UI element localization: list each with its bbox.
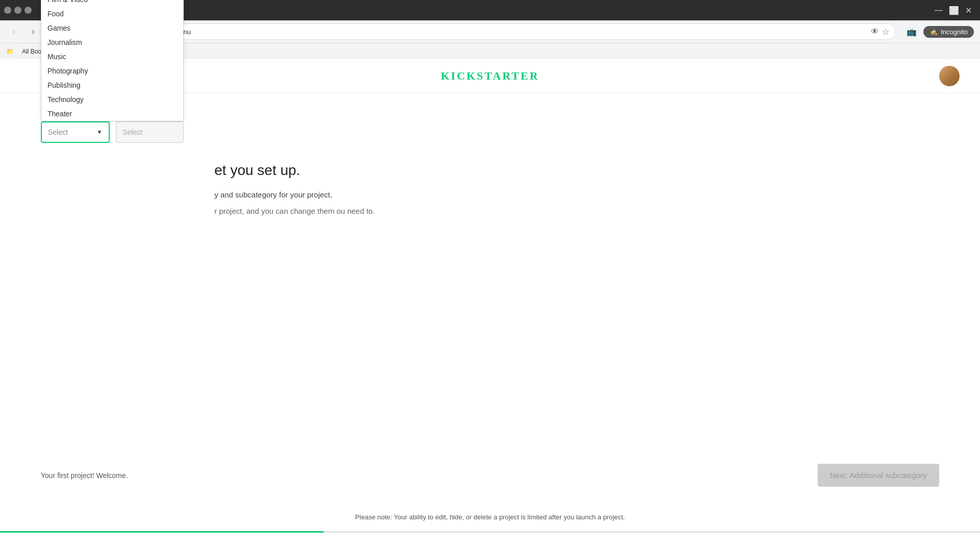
- eye-off-icon: 👁: [871, 27, 879, 36]
- cast-icon[interactable]: 📺: [904, 24, 919, 39]
- dropdown-option-photography[interactable]: Photography: [41, 64, 183, 78]
- minimize-btn[interactable]: [4, 7, 11, 14]
- avatar-image: [939, 66, 960, 86]
- dropdown-option-film[interactable]: Film & Video: [41, 0, 183, 7]
- dropdown-option-journalism[interactable]: Journalism: [41, 35, 183, 49]
- bookmarks-folder-icon: 📁: [6, 48, 14, 55]
- incognito-btn[interactable]: 🕵 Incognito: [923, 26, 974, 38]
- main-body: 1 of 3 Select Art Comics Crafts Dance De…: [0, 93, 980, 226]
- category-select-value: Select: [48, 128, 68, 136]
- trigger-row: Select ▼ Select: [41, 121, 184, 143]
- page-content: KICKSTARTER 1 of 3 Select Art Comics Cra…: [0, 59, 980, 533]
- dropdown-option-food[interactable]: Food: [41, 7, 183, 21]
- bottom-progress-indicator: [0, 531, 324, 533]
- window-controls: [4, 7, 32, 14]
- dropdown-section: Select Art Comics Crafts Dance Design Fa…: [41, 121, 184, 143]
- window-close-icon[interactable]: ✕: [965, 6, 972, 15]
- bottom-progress-bar-container: [0, 531, 980, 533]
- dropdown-open-list: Select Art Comics Crafts Dance Design Fa…: [41, 0, 184, 121]
- star-icon[interactable]: ☆: [882, 27, 889, 37]
- bottom-note-container: Please note: Your ability to edit, hide,…: [355, 512, 625, 521]
- dropdown-option-theater[interactable]: Theater: [41, 107, 183, 121]
- forward-btn[interactable]: ›: [26, 24, 41, 39]
- maximize-btn[interactable]: [14, 7, 21, 14]
- dropdown-arrow-icon: ▼: [96, 129, 103, 136]
- dropdown-option-technology[interactable]: Technology: [41, 92, 183, 107]
- address-bar[interactable]: 🔒 kickstarter.com/start?ref=user_menu 👁 …: [64, 23, 896, 40]
- heading-text: et you set up.: [214, 162, 375, 179]
- first-project-msg: Your first project! Welcome.: [41, 471, 128, 480]
- heading-visible: et you set up.: [214, 162, 300, 178]
- window-controls-right: — ⬜ ✕: [935, 6, 976, 15]
- category-select-trigger[interactable]: Select ▼: [41, 121, 110, 143]
- incognito-label: Incognito: [941, 28, 968, 36]
- dropdown-option-music[interactable]: Music: [41, 49, 183, 64]
- window-minimize-icon[interactable]: —: [935, 6, 943, 15]
- url-text: kickstarter.com/start?ref=user_menu: [83, 28, 867, 36]
- subcategory-select[interactable]: Select: [116, 121, 184, 143]
- description-section: et you set up. y and subcategory for you…: [214, 121, 375, 217]
- back-btn[interactable]: ‹: [6, 24, 21, 39]
- dropdown-option-publishing[interactable]: Publishing: [41, 78, 183, 92]
- subtext-2: r project, and you can change them ou ne…: [214, 205, 375, 217]
- user-avatar[interactable]: [939, 66, 960, 86]
- ks-logo: KICKSTARTER: [440, 69, 539, 83]
- subcategory-placeholder: Select: [122, 128, 142, 136]
- toolbar-right: 📺 🕵 Incognito: [904, 24, 974, 39]
- incognito-icon: 🕵: [929, 28, 938, 36]
- bottom-note: Please note: Your ability to edit, hide,…: [355, 513, 625, 521]
- next-btn[interactable]: Next: Additional subcategory: [818, 464, 939, 487]
- footer-bar: Your first project! Welcome. Next: Addit…: [0, 464, 980, 487]
- address-bar-icons: 👁 ☆: [871, 27, 889, 37]
- dropdown-option-games[interactable]: Games: [41, 21, 183, 35]
- window-restore-icon[interactable]: ⬜: [949, 6, 959, 15]
- subtext-1: y and subcategory for your project.: [214, 189, 375, 201]
- close-btn[interactable]: [24, 7, 32, 14]
- content-area: Select Art Comics Crafts Dance Design Fa…: [41, 121, 939, 217]
